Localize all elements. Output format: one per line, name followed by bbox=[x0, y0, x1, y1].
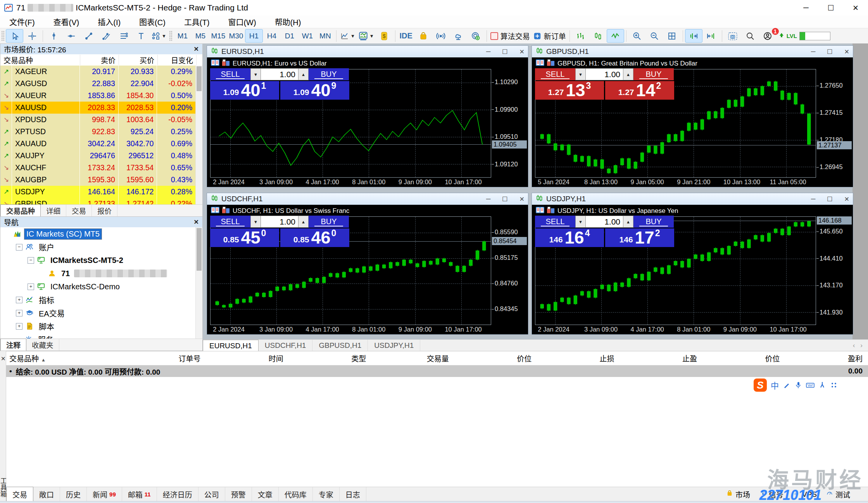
one-click-trading-icon[interactable] bbox=[222, 207, 230, 215]
depth-of-market-icon[interactable] bbox=[536, 207, 544, 215]
cursor-tool-icon[interactable] bbox=[6, 29, 23, 43]
toolbox-tab-邮箱[interactable]: 邮箱11 bbox=[122, 487, 157, 501]
chart-close-button[interactable]: ✕ bbox=[844, 48, 849, 55]
timeframe-m1[interactable]: M1 bbox=[174, 29, 192, 43]
depth-of-market-icon[interactable] bbox=[211, 59, 219, 68]
signals-icon[interactable] bbox=[432, 29, 450, 43]
ime-keyboard-icon[interactable] bbox=[806, 381, 815, 389]
market-watch-tab-交易品种[interactable]: 交易品种 bbox=[0, 204, 41, 216]
zoom-out-icon[interactable] bbox=[646, 29, 663, 43]
market-watch-tab-交易[interactable]: 交易 bbox=[66, 205, 92, 216]
chart-tab-usdjpy-h1[interactable]: USDJPY,H1 bbox=[368, 340, 420, 351]
scroll-right-icon[interactable]: › bbox=[860, 342, 863, 349]
toolbox-tab-专家[interactable]: 专家 bbox=[313, 487, 340, 501]
channel-tool-icon[interactable] bbox=[97, 29, 115, 43]
market-watch-row[interactable]: ↗XAGEUR20.91720.9330.29% bbox=[0, 66, 196, 78]
menu-item-5[interactable]: 窗口(W) bbox=[219, 16, 265, 28]
menu-item-4[interactable]: 工具(T) bbox=[175, 16, 219, 28]
chart-maximize-button[interactable]: ☐ bbox=[827, 195, 832, 203]
buy-button[interactable]: BUY bbox=[309, 68, 349, 80]
chart-maximize-button[interactable]: ☐ bbox=[827, 48, 832, 55]
market-watch-scrollbar[interactable] bbox=[195, 66, 202, 205]
navigator-close-icon[interactable]: ✕ bbox=[194, 218, 199, 226]
volume-decrease-icon[interactable]: ▼ bbox=[575, 68, 586, 80]
sell-price-box[interactable]: 1.09401 bbox=[210, 81, 279, 100]
expand-icon[interactable]: + bbox=[16, 323, 22, 330]
volume-decrease-icon[interactable]: ▼ bbox=[575, 216, 586, 228]
market-watch-row[interactable]: ↘XPDUSD998.741003.64-0.05% bbox=[0, 114, 196, 126]
maximize-button[interactable]: ☐ bbox=[818, 0, 843, 16]
menu-item-1[interactable]: 查看(V) bbox=[44, 16, 89, 28]
market-watch-row[interactable]: ↗XAUJPY2964762965120.48% bbox=[0, 150, 196, 162]
volume-decrease-icon[interactable]: ▼ bbox=[250, 68, 261, 80]
trendline-tool-icon[interactable] bbox=[80, 29, 97, 43]
navigator-tab-收藏夹[interactable]: 收藏夹 bbox=[26, 339, 59, 351]
buy-button[interactable]: BUY bbox=[633, 216, 674, 228]
ime-mic-icon[interactable] bbox=[794, 381, 802, 389]
market-watch-row[interactable]: ↘XAUCHF1733.241733.540.65% bbox=[0, 162, 196, 174]
column-header-1[interactable]: 卖价 bbox=[80, 55, 119, 65]
buy-price-box[interactable]: 146172 bbox=[605, 228, 674, 247]
expand-icon[interactable]: + bbox=[16, 297, 22, 303]
tree-item-acct[interactable]: −账户 bbox=[0, 240, 196, 254]
toolbox-close-icon[interactable]: ✕ bbox=[1, 355, 6, 362]
trade-column-1[interactable]: 订单号 bbox=[118, 353, 200, 363]
market-watch-row[interactable]: ↘XAUGBP1595.301595.600.43% bbox=[0, 174, 196, 186]
ime-wrench-icon[interactable] bbox=[818, 381, 826, 389]
depth-of-market-icon[interactable] bbox=[211, 207, 219, 215]
scrollbar-thumb[interactable] bbox=[197, 228, 202, 271]
timeframe-h1[interactable]: H1 bbox=[245, 29, 263, 43]
sell-price-box[interactable]: 0.85450 bbox=[210, 228, 279, 247]
chart-tab-usdchf-h1[interactable]: USDCHF,H1 bbox=[259, 340, 313, 351]
trade-column-0[interactable]: 交易品种▲ bbox=[9, 353, 118, 363]
market-watch-tab-详细[interactable]: 详细 bbox=[41, 205, 66, 216]
volume-input[interactable]: 1.00 bbox=[261, 68, 298, 80]
timeframe-w1[interactable]: W1 bbox=[299, 29, 316, 43]
chart-window-titlebar[interactable]: USDJPY,H1─☐✕ bbox=[532, 193, 853, 205]
volume-increase-icon[interactable]: ▲ bbox=[298, 68, 309, 80]
toolbox-tab-文章[interactable]: 文章 bbox=[252, 487, 279, 501]
buy-price-box[interactable]: 0.85460 bbox=[280, 228, 349, 247]
toolbox-tab-代码库[interactable]: 代码库 bbox=[279, 487, 313, 501]
market-watch-row[interactable]: ↘GBPUSD1.271331.271420.22% bbox=[0, 198, 196, 205]
toolbox-tab-日志[interactable]: 日志 bbox=[340, 487, 366, 501]
horizontal-line-tool-icon[interactable] bbox=[62, 29, 80, 43]
toolbox-tab-经济日历[interactable]: 经济日历 bbox=[157, 487, 198, 501]
toolbox-vertical-tab[interactable]: 工具箱 bbox=[0, 351, 6, 501]
timeframe-mn[interactable]: MN bbox=[316, 29, 334, 43]
chart-close-button[interactable]: ✕ bbox=[519, 48, 525, 55]
crosshair-tool-icon[interactable] bbox=[23, 29, 41, 43]
shift-back-icon[interactable] bbox=[702, 29, 720, 43]
chart-maximize-button[interactable]: ☐ bbox=[502, 48, 507, 55]
column-header-0[interactable]: 交易品种 bbox=[0, 55, 80, 65]
chart-maximize-button[interactable]: ☐ bbox=[502, 195, 507, 203]
timeframe-h4[interactable]: H4 bbox=[263, 29, 281, 43]
shapes-tool-icon[interactable]: ▼ bbox=[150, 29, 168, 43]
tree-item-ind[interactable]: +指标 bbox=[0, 293, 196, 306]
market-watch-tab-报价[interactable]: 报价 bbox=[92, 205, 117, 216]
market-watch-close-icon[interactable]: ✕ bbox=[194, 45, 199, 53]
one-click-trading-icon[interactable] bbox=[547, 207, 555, 215]
chart-type-icon[interactable]: ▼ bbox=[338, 29, 357, 43]
zoom-in-icon[interactable] bbox=[628, 29, 646, 43]
bar-chart-type-icon[interactable] bbox=[572, 29, 589, 43]
market-watch-row[interactable]: ↗USDJPY146.164146.1720.28% bbox=[0, 186, 196, 198]
shift-end-icon[interactable] bbox=[685, 29, 702, 43]
tree-item-gear[interactable]: 服务 bbox=[0, 333, 196, 339]
buy-button[interactable]: BUY bbox=[309, 216, 349, 228]
timeframe-m5[interactable]: M5 bbox=[192, 29, 209, 43]
ide-button[interactable]: IDE bbox=[397, 29, 415, 43]
menu-item-2[interactable]: 插入(I) bbox=[88, 16, 130, 28]
volume-increase-icon[interactable]: ▲ bbox=[623, 216, 633, 228]
close-button[interactable]: ✕ bbox=[843, 0, 868, 16]
dollar-icon[interactable]: $ bbox=[376, 29, 393, 43]
tree-item-mt5[interactable]: IC Markets (SC) MT5 bbox=[0, 227, 196, 240]
ime-chinese-mode-icon[interactable]: 中 bbox=[771, 379, 779, 391]
fibonacci-tool-icon[interactable] bbox=[115, 29, 132, 43]
new-order-button[interactable]: 新订单 bbox=[531, 29, 568, 43]
toolbox-tab-新闻[interactable]: 新闻99 bbox=[87, 487, 122, 501]
volume-decrease-icon[interactable]: ▼ bbox=[250, 216, 261, 228]
volume-input[interactable]: 1.00 bbox=[586, 216, 623, 228]
sell-button[interactable]: SELL bbox=[535, 68, 575, 80]
indicators-icon[interactable]: ▼ bbox=[357, 29, 376, 43]
